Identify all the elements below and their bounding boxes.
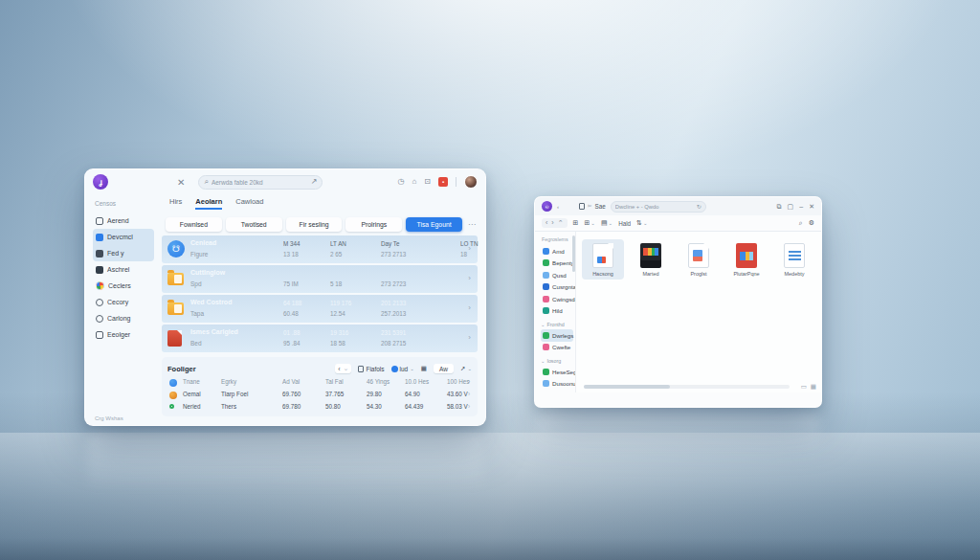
chevron-right-icon[interactable]: › (468, 244, 471, 253)
scrollbar-thumb[interactable] (584, 385, 670, 389)
search-input[interactable]: ⌕ Aerwda fable 20kd ↗ (198, 175, 323, 190)
history-icon[interactable]: ◷ (397, 178, 404, 186)
filter-button-1[interactable]: Twotlsed (226, 217, 282, 232)
explorer-item-cwefte[interactable]: Cwefte (541, 342, 573, 354)
filter-dropdown[interactable]: lud ⌄ (391, 366, 414, 372)
grid-view-icon[interactable]: ▦ (811, 383, 816, 391)
explorer-item-qusd[interactable]: Qusd (541, 269, 573, 281)
search-control[interactable]: ⌕ (799, 219, 803, 227)
details-control[interactable]: ▤ ⌄ (601, 219, 612, 227)
list-view-icon[interactable]: ▭ (801, 383, 807, 391)
filter-button-0[interactable]: Fownlsed (166, 217, 222, 232)
address-bar[interactable]: Dwcline + - Qwdo ↻ (611, 201, 706, 213)
sidebar-item-2[interactable]: Fed y (93, 245, 154, 261)
explorer-item-amd[interactable]: Amd (541, 245, 573, 258)
back-icon[interactable]: ‹ (546, 219, 547, 227)
copy-icon[interactable]: ⧉ (777, 203, 782, 211)
sidebar-item-6[interactable]: Carlong (93, 310, 154, 326)
explorer-item-hild[interactable]: Hild (541, 305, 573, 318)
file-explorer-window: ℮ ‹ ✂ Sae Dwcline + - Qwdo ↻ ⧉ ▢ – ✕ ‹ ›… (534, 196, 822, 408)
forward-icon[interactable]: › (551, 219, 553, 227)
explorer-item-hesesege[interactable]: HeseSege (541, 366, 573, 378)
cell: 64.90 (405, 391, 420, 397)
back-icon[interactable]: ‹ (557, 204, 559, 210)
sidebar-item-1[interactable]: Devcmcl (93, 229, 154, 245)
home-icon[interactable]: ⌂ (412, 178, 416, 186)
documents-control[interactable]: Fiafols (358, 366, 384, 372)
tab-aeolarn[interactable]: Aeolarn (195, 197, 222, 210)
filter-button-3[interactable]: Prolrings (345, 217, 402, 232)
cell: 50.80 (325, 403, 341, 410)
stats-table-header: Tnane Egrky Ad Val Tal Fal 46 Yings 10.0… (167, 376, 472, 389)
calendar-control[interactable]: ▦ (421, 365, 427, 372)
explorer-item-gsmei[interactable]: Gsmei (541, 390, 573, 392)
minimize-icon[interactable]: – (799, 203, 803, 211)
user-avatar[interactable] (464, 175, 478, 189)
new-item-icon[interactable]: ⊞ (573, 219, 579, 227)
chevron-right-icon[interactable]: › (468, 403, 470, 410)
sidebar-scrollbar[interactable] (572, 235, 575, 272)
download-row-2[interactable]: Wed Costrod Tapa 64 188 60.48 119 176 12… (162, 295, 478, 323)
file-tile-medebty[interactable]: Medebty (773, 239, 815, 280)
view-layout-control[interactable]: ⊞ ⌄ (584, 219, 594, 227)
library-section-header[interactable]: ⌄ Iosorg (541, 358, 573, 364)
row-col1-top: M 344 (283, 240, 333, 247)
download-row-0[interactable]: ☋ Cenlead Figure M 344 13 18 LT AN 2 65 … (162, 235, 478, 263)
stats-row-1[interactable]: Neried Thers 69.780 50.80 54.30 64.439 5… (167, 401, 472, 414)
stats-row-0[interactable]: Oemal Tlarp Foel 69.760 37.765 29.80 64.… (167, 389, 472, 401)
explorer-item-bepenty[interactable]: Bepenty (541, 258, 573, 270)
explorer-item-cwingsdary[interactable]: Cwingsdary (541, 293, 573, 305)
row-col2-top: 119 176 (330, 300, 380, 306)
sidebar-footer-text: Crg Wshas (93, 412, 154, 423)
favorites-section-header[interactable]: ⌄ Fronthd (541, 322, 573, 327)
chevron-left-icon[interactable]: ‹ (338, 366, 340, 372)
restore-icon[interactable]: ▢ (788, 203, 794, 211)
link-pink-icon (543, 344, 549, 350)
sort-label[interactable]: Hald (618, 220, 631, 227)
extensions-icon[interactable]: ⊡ (424, 178, 431, 186)
up-icon[interactable]: ⌃ (558, 219, 564, 227)
file-tile-marted[interactable]: Marted (630, 239, 672, 280)
edit-control[interactable]: ➚ ⌄ (460, 365, 472, 372)
chevron-down-icon[interactable]: ⌄ (344, 365, 349, 372)
download-row-3[interactable]: Ismes Carlgled Bed 01 .88 95 .84 19 316 … (162, 325, 478, 352)
chevron-down-icon: ⌄ (541, 322, 545, 327)
explorer-toolbar: ‹ › ⌃ ⊞ ⊞ ⌄ ▤ ⌄ Hald ⇅ ⌄ ⌕ ⚙ (535, 215, 821, 232)
refresh-icon[interactable]: ↻ (697, 203, 702, 210)
chevron-right-icon[interactable]: › (468, 303, 471, 312)
sidebar-item-5[interactable]: Cecory (93, 294, 154, 310)
explorer-item-cusrgntang[interactable]: Cusrgntang (541, 281, 573, 294)
download-row-1[interactable]: Cuttlnglow Spd 75 IM 5 18 273 2723 › (162, 265, 478, 293)
chevron-right-icon[interactable]: › (468, 378, 470, 385)
row-title: Cuttlnglow (190, 269, 225, 276)
tab-hirs[interactable]: Hirs (169, 197, 182, 210)
file-tile-hacsong[interactable]: Hacsong (582, 239, 624, 280)
close-window-icon[interactable]: ✕ (809, 203, 814, 211)
pager-control[interactable]: ‹ ⌄ (335, 364, 351, 373)
filter-button-2[interactable]: Fir sesling (286, 217, 343, 232)
sidebar-item-7[interactable]: Eeolger (93, 326, 154, 343)
sidebar-item-3[interactable]: Aschrel (93, 261, 154, 278)
explorer-item-dwrlegs[interactable]: Dwrlegs (541, 329, 573, 342)
explorer-item-dusoonu[interactable]: Dusoonu (541, 378, 573, 391)
row-col1-bottom: 13 18 (283, 251, 333, 258)
chevron-right-icon[interactable]: › (468, 333, 471, 342)
file-tile-plutarpqne[interactable]: PlutarPqne (725, 239, 768, 280)
sidebar-item-4[interactable]: Ceclers (93, 278, 154, 294)
close-icon[interactable]: ✕ (177, 177, 185, 188)
sort-control[interactable]: ⇅ ⌄ (636, 219, 647, 227)
col-header: 46 Yings (367, 378, 390, 385)
file-tile-proglst[interactable]: Proglst (678, 239, 720, 280)
chevron-right-icon[interactable]: › (468, 274, 471, 282)
horizontal-scrollbar[interactable] (584, 385, 790, 389)
tab-cawload[interactable]: Cawload (235, 197, 263, 210)
sidebar-item-0[interactable]: Aerend (93, 213, 154, 229)
settings-control[interactable]: ⚙ (809, 219, 814, 227)
more-filters-icon[interactable]: ⋯ (466, 220, 478, 229)
explorer-tab[interactable]: ✂ Sae (579, 203, 606, 210)
notification-badge-icon[interactable]: ▪ (438, 177, 448, 187)
chevron-right-icon[interactable]: › (468, 391, 470, 397)
row-title: Wed Costrod (190, 299, 232, 305)
filter-button-active[interactable]: Tisa Egount (406, 217, 462, 232)
aw-button[interactable]: Aw (434, 364, 454, 373)
